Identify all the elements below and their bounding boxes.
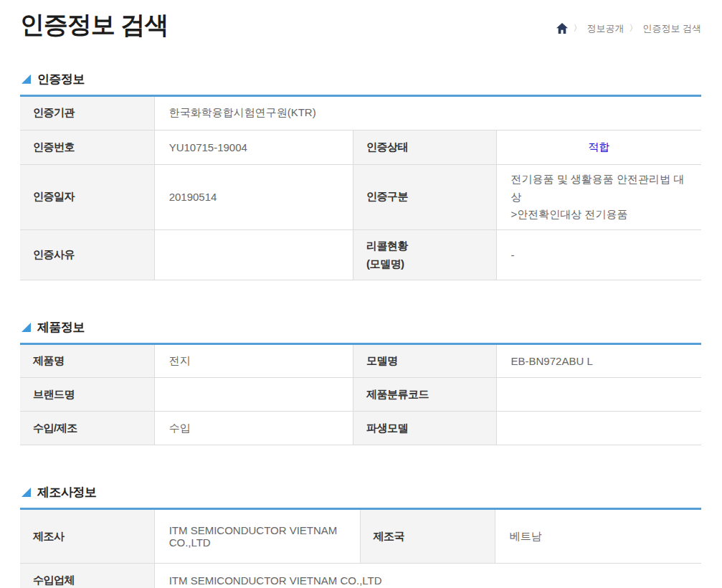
- value-cert-status: 적합: [496, 130, 701, 164]
- value-cert-date: 20190514: [154, 164, 353, 229]
- value-cert-category: 전기용품 및 생활용품 안전관리법 대상 >안전확인대상 전기용품: [496, 164, 701, 229]
- table-row: 제조사 ITM SEMICONDUCTOR VIETNAM CO.,LTD 제조…: [20, 509, 701, 564]
- label-recall-status: 리콜현황 (모델명): [353, 230, 497, 280]
- section-title: 제품정보: [37, 319, 85, 336]
- section-marker-triangle-icon: [22, 323, 31, 332]
- manufacturer-info-table: 제조사 ITM SEMICONDUCTOR VIETNAM CO.,LTD 제조…: [20, 508, 701, 588]
- section-header: 제품정보: [22, 319, 701, 336]
- table-row: 인증번호 YU10715-19004 인증상태 적합: [20, 130, 701, 164]
- section-manufacturer-info: 제조사정보 제조사 ITM SEMICONDUCTOR VIETNAM CO.,…: [20, 484, 701, 588]
- breadcrumb-separator: 〉: [629, 22, 637, 34]
- certification-info-table: 인증기관 한국화학융합시험연구원(KTR) 인증번호 YU10715-19004…: [20, 95, 701, 280]
- value-derived-model: [496, 412, 701, 445]
- value-manufacturer: ITM SEMICONDUCTOR VIETNAM CO.,LTD: [154, 509, 360, 564]
- breadcrumb: 〉 정보공개 〉 인증정보 검색: [556, 22, 701, 39]
- page-header: 인증정보 검색 〉 정보공개 〉 인증정보 검색: [20, 10, 701, 39]
- table-row: 브랜드명 제품분류코드: [20, 378, 701, 412]
- page-title: 인증정보 검색: [20, 10, 168, 39]
- section-product-info: 제품정보 제품명 전지 모델명 EB-BN972ABU L 브랜드명 제품분류코…: [20, 319, 701, 445]
- table-row: 인증기관 한국화학융합시험연구원(KTR): [20, 95, 701, 130]
- value-cert-agency: 한국화학융합시험연구원(KTR): [154, 95, 701, 130]
- label-cert-reason: 인증사유: [20, 230, 154, 280]
- table-row: 인증일자 20190514 인증구분 전기용품 및 생활용품 안전관리법 대상 …: [20, 164, 701, 229]
- label-model-name: 모델명: [353, 344, 497, 378]
- label-cert-category: 인증구분: [353, 164, 497, 229]
- page-container: 인증정보 검색 〉 정보공개 〉 인증정보 검색 인증정보 인증기관 한국화학융…: [0, 0, 722, 588]
- section-marker-triangle-icon: [22, 75, 31, 84]
- label-product-name: 제품명: [20, 344, 154, 378]
- label-product-class-code: 제품분류코드: [353, 378, 497, 412]
- label-import-manufacture: 수입/제조: [20, 412, 154, 445]
- value-recall-status: -: [496, 230, 701, 280]
- section-certification-info: 인증정보 인증기관 한국화학융합시험연구원(KTR) 인증번호 YU10715-…: [20, 71, 701, 280]
- label-importer: 수입업체: [20, 564, 154, 588]
- value-product-name: 전지: [154, 344, 353, 378]
- label-derived-model: 파생모델: [353, 412, 497, 445]
- label-manufacture-country: 제조국: [360, 509, 495, 564]
- breadcrumb-item-info-disclosure[interactable]: 정보공개: [586, 22, 624, 35]
- value-brand-name: [154, 378, 353, 412]
- table-row: 수입/제조 수입 파생모델: [20, 412, 701, 445]
- section-title: 제조사정보: [37, 484, 97, 501]
- product-info-table: 제품명 전지 모델명 EB-BN972ABU L 브랜드명 제품분류코드 수입/…: [20, 343, 701, 445]
- label-cert-number: 인증번호: [20, 130, 154, 164]
- section-header: 제조사정보: [22, 484, 701, 501]
- table-row: 수입업체 ITM SEMICONDUCTOR VIETNAM CO.,LTD: [20, 564, 701, 588]
- section-header: 인증정보: [22, 71, 701, 87]
- table-row: 제품명 전지 모델명 EB-BN972ABU L: [20, 344, 701, 378]
- value-product-class-code: [496, 378, 701, 412]
- value-importer: ITM SEMICONDUCTOR VIETNAM CO.,LTD: [154, 564, 701, 588]
- table-row: 인증사유 리콜현황 (모델명) -: [20, 230, 701, 280]
- value-manufacture-country: 베트남: [495, 509, 701, 564]
- home-icon[interactable]: [556, 23, 568, 34]
- value-cert-number: YU10715-19004: [154, 130, 353, 164]
- label-cert-agency: 인증기관: [20, 95, 154, 130]
- breadcrumb-separator: 〉: [573, 22, 581, 34]
- label-brand-name: 브랜드명: [20, 378, 154, 412]
- label-manufacturer: 제조사: [20, 509, 154, 564]
- section-title: 인증정보: [37, 71, 85, 87]
- value-model-name: EB-BN972ABU L: [496, 344, 701, 378]
- value-cert-reason: [154, 230, 353, 280]
- breadcrumb-item-current-page: 인증정보 검색: [642, 22, 701, 35]
- label-cert-date: 인증일자: [20, 164, 154, 229]
- section-marker-triangle-icon: [22, 488, 31, 497]
- label-cert-status: 인증상태: [353, 130, 497, 164]
- value-import-manufacture: 수입: [154, 412, 353, 445]
